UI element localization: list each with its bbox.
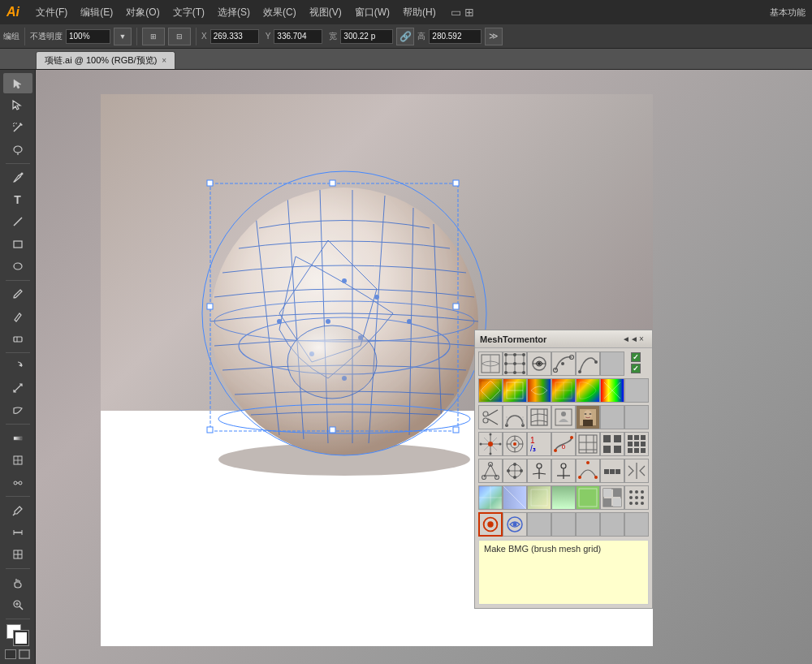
menu-object[interactable]: 对象(O) xyxy=(121,6,164,19)
pencil-tool-btn[interactable] xyxy=(3,306,32,326)
normal-mode-btn[interactable] xyxy=(5,649,16,659)
magic-wand-tool-btn[interactable] xyxy=(3,118,32,138)
opacity-input[interactable] xyxy=(66,29,110,44)
ellipse-tool-btn[interactable] xyxy=(3,256,32,276)
menu-effect[interactable]: 效果(C) xyxy=(258,6,301,19)
node-multi-btn[interactable] xyxy=(478,459,503,483)
tab-close-btn[interactable]: × xyxy=(162,56,166,65)
grid3-btn[interactable] xyxy=(624,432,649,456)
line-tool-btn[interactable] xyxy=(3,212,32,232)
grid-icon[interactable]: ⊞ xyxy=(464,6,474,19)
lasso-tool-btn[interactable] xyxy=(3,140,32,160)
color-mesh-3-btn[interactable] xyxy=(527,378,551,403)
display-mode-icon[interactable]: ▭ xyxy=(451,6,461,19)
svg-point-193 xyxy=(641,502,644,505)
fraction-node-btn[interactable]: 1/₃ xyxy=(527,432,551,456)
zoom-tool-btn[interactable] xyxy=(3,594,32,614)
mesh-warp-btn[interactable] xyxy=(478,351,503,376)
mesh-tools-row4: 1/₃ 0 xyxy=(478,432,649,456)
anchor1-btn[interactable] xyxy=(527,459,551,483)
checkbox-1[interactable]: ✓ xyxy=(631,352,641,362)
svg-rect-172 xyxy=(604,469,609,474)
menu-type[interactable]: 文字(T) xyxy=(168,6,209,19)
toolbar-divider-2 xyxy=(136,28,137,45)
grid2-btn[interactable] xyxy=(600,432,624,456)
svg-point-195 xyxy=(487,521,493,527)
portrait-mesh-btn[interactable] xyxy=(551,405,576,429)
scissors-btn[interactable] xyxy=(478,405,503,429)
type-tool-btn[interactable]: T xyxy=(3,189,32,209)
mesh-panel-close-btn[interactable]: × xyxy=(636,334,647,345)
color-mesh-1-btn[interactable] xyxy=(478,378,503,403)
select-tool-btn[interactable] xyxy=(3,73,32,93)
color-mesh-4-btn[interactable] xyxy=(551,378,576,403)
pen-tool-btn[interactable] xyxy=(3,167,32,188)
slice-tool-btn[interactable] xyxy=(3,545,32,565)
y-input[interactable] xyxy=(274,29,322,44)
eraser-tool-btn[interactable] xyxy=(3,328,32,348)
tool-divider-3 xyxy=(6,352,30,353)
curve-node2-btn[interactable]: 0 xyxy=(551,432,576,456)
anchor5-btn[interactable] xyxy=(624,459,649,483)
menu-edit[interactable]: 编辑(E) xyxy=(76,6,118,19)
brush-tool-btn[interactable] xyxy=(3,284,32,304)
opacity-menu-btn[interactable]: ▼ xyxy=(114,28,132,45)
eyedropper-tool-btn[interactable] xyxy=(3,500,32,520)
scale-tool-btn[interactable] xyxy=(3,378,32,399)
grad-mesh3-btn[interactable] xyxy=(527,485,551,510)
direct-select-tool-btn[interactable] xyxy=(3,95,32,115)
color-mesh-2-btn[interactable] xyxy=(503,378,527,403)
curve-tool-btn[interactable] xyxy=(503,405,527,429)
color-mesh-6-btn[interactable] xyxy=(600,378,624,403)
anchor2-btn[interactable] xyxy=(551,459,576,483)
svg-point-190 xyxy=(641,496,644,499)
x-input[interactable] xyxy=(210,29,259,44)
rotate-tool-btn[interactable] xyxy=(3,356,32,376)
color-mesh-5-btn[interactable] xyxy=(576,378,600,403)
mesh-expand-btn[interactable] xyxy=(527,405,551,429)
blend-tool-btn[interactable] xyxy=(3,472,32,493)
hand-tool-btn[interactable] xyxy=(3,572,32,593)
measure-tool-btn[interactable] xyxy=(3,522,32,542)
w-input[interactable] xyxy=(340,29,393,44)
menu-view[interactable]: 视图(V) xyxy=(304,6,347,19)
gradient-tool-btn[interactable] xyxy=(3,428,32,448)
mesh-panel-collapse-btn[interactable]: ◄◄ xyxy=(624,334,636,345)
anchor4-btn[interactable] xyxy=(600,459,624,483)
link-icon[interactable]: 🔗 xyxy=(396,28,414,45)
checkbox-2[interactable]: ✓ xyxy=(631,364,641,373)
menu-window[interactable]: 窗口(W) xyxy=(350,6,395,19)
bmg-brush-btn[interactable] xyxy=(478,512,503,537)
grid1-btn[interactable] xyxy=(576,432,600,456)
svg-point-79 xyxy=(513,371,516,374)
dot-grid-btn[interactable] xyxy=(624,485,649,510)
document-tab[interactable]: 项链.ai @ 100% (RGB/预览) × xyxy=(36,51,175,69)
star-node-btn[interactable] xyxy=(478,432,503,456)
grad-mesh1-btn[interactable] xyxy=(478,485,503,510)
menu-help[interactable]: 帮助(H) xyxy=(398,6,441,19)
rect-tool-btn[interactable] xyxy=(3,234,32,254)
grad-mesh2-btn[interactable] xyxy=(503,485,527,510)
align-icon[interactable]: ⊟ xyxy=(168,28,191,45)
smooth-tool-btn[interactable] xyxy=(576,351,600,376)
menu-file[interactable]: 文件(F) xyxy=(31,6,72,19)
more-options-btn[interactable]: ≫ xyxy=(485,28,503,45)
node-select-btn[interactable] xyxy=(503,459,527,483)
anchor3-btn[interactable] xyxy=(576,459,600,483)
mesh-edit-btn[interactable] xyxy=(503,351,527,376)
mona-lisa-btn[interactable] xyxy=(576,405,600,429)
transform-icon[interactable]: ⊞ xyxy=(142,28,165,45)
preview-mode-btn[interactable] xyxy=(19,649,30,659)
menu-select[interactable]: 选择(S) xyxy=(213,6,255,19)
grad-mesh5-btn[interactable] xyxy=(576,485,600,510)
bmg-warp-btn[interactable] xyxy=(503,512,527,537)
path-tool-btn[interactable] xyxy=(551,351,576,376)
warp-tool-btn[interactable] xyxy=(3,400,32,420)
grad-mesh4-btn[interactable] xyxy=(551,485,576,510)
mesh-tool-btn[interactable] xyxy=(3,451,32,471)
h-input[interactable] xyxy=(429,29,482,44)
stroke-swatch[interactable] xyxy=(14,631,28,645)
node-tool-btn[interactable] xyxy=(527,351,551,376)
grid-fill-btn[interactable] xyxy=(600,485,624,510)
radial-node-btn[interactable] xyxy=(503,432,527,456)
